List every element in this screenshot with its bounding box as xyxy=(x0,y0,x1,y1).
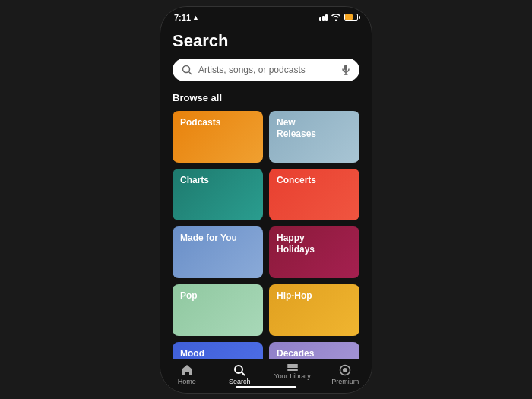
nav-label-home: Home xyxy=(178,378,196,385)
premium-icon xyxy=(339,364,351,376)
home-indicator xyxy=(236,386,296,388)
category-card-happy-holidays[interactable]: Happy Holidays xyxy=(269,226,359,278)
microphone-icon[interactable] xyxy=(341,64,350,76)
status-time: 7:11 ▲ xyxy=(174,13,199,22)
svg-rect-1 xyxy=(344,65,347,71)
category-label-podcasts: Podcasts xyxy=(180,117,220,129)
category-card-mood[interactable]: Mood xyxy=(173,342,263,359)
category-card-pop[interactable]: Pop xyxy=(173,284,263,336)
category-card-new-releases[interactable]: New Releases xyxy=(269,111,359,163)
category-label-charts: Charts xyxy=(180,175,209,187)
category-card-made-for-you[interactable]: Made for You xyxy=(173,226,263,278)
scroll-area[interactable]: Search Artists, songs, or podcasts Brows… xyxy=(160,25,372,359)
search-placeholder: Artists, songs, or podcasts xyxy=(198,65,335,75)
category-label-pop: Pop xyxy=(180,290,198,302)
category-label-concerts: Concerts xyxy=(277,175,316,187)
browse-label: Browse all xyxy=(173,92,359,103)
nav-item-premium[interactable]: Premium xyxy=(319,364,372,385)
nav-label-library: Your Library xyxy=(274,372,311,380)
home-icon xyxy=(181,364,193,376)
category-label-hip-hop: Hip-Hop xyxy=(277,290,312,302)
arrow-icon: ▲ xyxy=(192,14,199,21)
category-card-decades[interactable]: Decades xyxy=(269,342,359,359)
search-nav-icon xyxy=(233,364,245,376)
svg-point-6 xyxy=(343,368,347,372)
signal-bars-icon xyxy=(319,14,328,21)
time-display: 7:11 xyxy=(174,13,191,22)
category-card-charts[interactable]: Charts xyxy=(173,169,263,220)
category-label-new-releases: New Releases xyxy=(277,117,337,141)
page-title: Search xyxy=(173,31,359,51)
wifi-icon xyxy=(331,13,341,22)
battery-icon xyxy=(344,14,358,21)
nav-item-home[interactable]: Home xyxy=(160,364,214,385)
battery-fill xyxy=(345,14,353,20)
category-label-decades: Decades xyxy=(277,348,314,359)
phone-frame: 7:11 ▲ Search xyxy=(160,6,372,394)
search-bar[interactable]: Artists, songs, or podcasts xyxy=(173,59,359,81)
nav-item-search[interactable]: Search xyxy=(214,364,267,385)
nav-item-library[interactable]: Your Library xyxy=(266,364,319,385)
status-icons xyxy=(319,13,358,22)
search-icon xyxy=(182,65,192,75)
nav-label-premium: Premium xyxy=(331,378,359,385)
category-card-podcasts[interactable]: Podcasts xyxy=(173,111,263,163)
category-label-mood: Mood xyxy=(180,348,204,359)
category-grid: Podcasts New Releases Charts Concerts Ma… xyxy=(173,111,359,359)
category-label-made-for-you: Made for You xyxy=(180,233,237,245)
library-icon xyxy=(287,364,298,371)
category-card-hip-hop[interactable]: Hip-Hop xyxy=(269,284,359,336)
status-bar: 7:11 ▲ xyxy=(160,7,372,25)
nav-label-search: Search xyxy=(229,378,251,385)
category-label-happy-holidays: Happy Holidays xyxy=(277,233,337,256)
category-card-concerts[interactable]: Concerts xyxy=(269,169,359,220)
